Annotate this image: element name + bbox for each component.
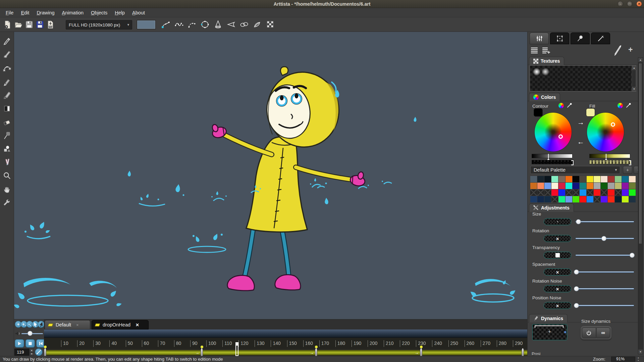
maximize-button[interactable]: □ [627, 1, 633, 7]
palette-swatch-0-7[interactable] [580, 176, 586, 182]
palette-swatch-1-12[interactable] [615, 183, 622, 189]
scroll-down-icon[interactable]: ▼ [632, 87, 636, 91]
palette-swatch-1-6[interactable] [573, 183, 579, 189]
palette-swatch-3-2[interactable] [544, 196, 551, 202]
palette-swatch-2-14[interactable] [629, 189, 636, 196]
adjustment-preview[interactable] [544, 218, 571, 225]
frame-tick[interactable]: 80 [174, 340, 181, 347]
volume-knob[interactable] [28, 331, 33, 336]
frame-tick[interactable]: 250 [448, 340, 458, 347]
close-tab-icon[interactable]: ✕ [136, 322, 139, 327]
palette-swatch-3-13[interactable] [622, 196, 629, 202]
fill-tool-icon[interactable] [3, 104, 11, 113]
palette-swatch-0-1[interactable] [537, 176, 544, 182]
minimize-button[interactable]: – [618, 1, 623, 7]
palette-add-button[interactable]: + [623, 166, 632, 174]
ink-brush-tool-icon[interactable] [3, 91, 11, 100]
palette-swatch-0-14[interactable] [629, 176, 636, 182]
save-icon[interactable] [25, 20, 34, 29]
frame-tick[interactable]: 240 [432, 340, 442, 347]
fill-wheel-selector[interactable] [611, 122, 615, 127]
menu-animation[interactable]: Animation [58, 9, 87, 17]
frame-tick[interactable]: 20 [77, 340, 85, 347]
wrench-tool-icon[interactable] [3, 198, 11, 207]
cone-tool-icon[interactable] [213, 19, 222, 29]
animation-track-band[interactable] [44, 350, 527, 355]
knife-tool-icon[interactable] [3, 158, 11, 167]
contour-wheel-selector[interactable] [558, 134, 563, 139]
palette-swatch-0-12[interactable] [615, 176, 622, 182]
palette-dropdown[interactable]: Default Palette ▼ [530, 166, 620, 174]
freehand-curve-tool-icon[interactable] [174, 19, 183, 29]
arrow-right-icon[interactable]: → [577, 118, 584, 126]
textures-list[interactable]: ▲ ▼ [530, 65, 636, 92]
palette-swatch-2-0[interactable] [530, 189, 537, 196]
slider-knob[interactable] [574, 286, 579, 291]
palette-swatch-2-2[interactable] [544, 189, 551, 196]
palette-swatch-3-5[interactable] [566, 196, 572, 202]
tab-brush-settings[interactable] [530, 33, 549, 44]
slider-knob[interactable] [601, 236, 606, 241]
palette-swatch-1-4[interactable] [558, 183, 565, 189]
event-dot[interactable] [44, 346, 47, 348]
palette-swatch-3-7[interactable] [580, 196, 586, 202]
palette-swatch-2-7[interactable] [580, 189, 586, 196]
frame-tick[interactable]: 270 [481, 340, 490, 347]
palette-swatch-0-11[interactable] [608, 176, 614, 182]
panel-scrollbar[interactable]: ▲ ▼ [638, 57, 643, 354]
palette-swatch-1-0[interactable] [530, 183, 537, 189]
adjustment-preview[interactable] [544, 302, 571, 309]
menu-file[interactable]: File [2, 9, 17, 17]
fill-alpha-bar[interactable] [589, 160, 632, 164]
speaker-icon[interactable] [15, 330, 21, 337]
leaf-tool-icon[interactable] [252, 19, 261, 29]
palette-swatch-3-8[interactable] [587, 196, 593, 202]
tab-pin[interactable] [571, 33, 590, 44]
palette-swatch-1-5[interactable] [566, 183, 572, 189]
bezier-pen-tool-icon[interactable] [160, 19, 169, 29]
background-color-swatch[interactable] [137, 20, 156, 29]
palette-swatch-0-5[interactable] [566, 176, 572, 182]
palette-swatch-0-8[interactable] [587, 176, 593, 182]
palette-swatch-2-1[interactable] [537, 189, 544, 196]
render-canvas[interactable] [14, 32, 527, 319]
list-icon[interactable] [530, 47, 538, 54]
palette-swatch-2-11[interactable] [608, 189, 614, 196]
frame-spinner[interactable]: ▲▼ [30, 349, 34, 356]
arrow-left-icon[interactable]: ← [577, 138, 584, 146]
frame-tick[interactable]: 120 [238, 340, 248, 347]
resolution-dropdown[interactable]: FULL HD (644x362 px) ▼ [66, 20, 132, 29]
palette-swatch-0-2[interactable] [544, 176, 551, 182]
frame-tick[interactable]: 130 [255, 340, 264, 347]
pointer-alt-button[interactable] [38, 321, 45, 328]
frame-tick[interactable]: 200 [368, 340, 377, 347]
menu-about[interactable]: About [128, 9, 149, 17]
palette-swatch-2-4[interactable] [558, 189, 565, 196]
close-button[interactable]: ✕ [636, 1, 642, 7]
shapes-tool-icon[interactable] [3, 144, 11, 153]
tab-droponhead[interactable]: dropOnHead ✕ [92, 320, 149, 329]
spray-tool-icon[interactable] [3, 131, 11, 140]
tab-selection[interactable] [550, 33, 569, 44]
palette-swatch-2-9[interactable] [594, 189, 600, 196]
palette-swatch-0-4[interactable] [558, 176, 565, 182]
colors-header[interactable]: Colors [528, 93, 644, 101]
scroll-up-icon[interactable]: ▲ [632, 66, 636, 70]
close-tab-icon[interactable]: × [76, 322, 79, 327]
texture-item[interactable] [533, 68, 541, 76]
play-button[interactable] [15, 339, 24, 348]
frame-tick[interactable]: 260 [465, 340, 474, 347]
frame-tick[interactable]: 70 [158, 340, 165, 347]
fill-eyedropper-icon[interactable] [626, 102, 632, 108]
frame-tick[interactable]: 190 [352, 340, 361, 347]
contour-color-swatch[interactable] [534, 108, 543, 117]
slider-knob[interactable] [574, 269, 579, 275]
palette-swatch-2-10[interactable] [601, 189, 607, 196]
frame-tick[interactable]: 90 [190, 340, 198, 347]
ellipse-tool-icon[interactable] [200, 19, 209, 29]
keyframe-marker[interactable] [522, 349, 524, 357]
slider-track[interactable] [575, 221, 634, 223]
zoom-tool-icon[interactable] [3, 171, 11, 180]
frame-tick[interactable]: 30 [93, 340, 101, 347]
menu-drawing[interactable]: Drawing [33, 9, 58, 17]
